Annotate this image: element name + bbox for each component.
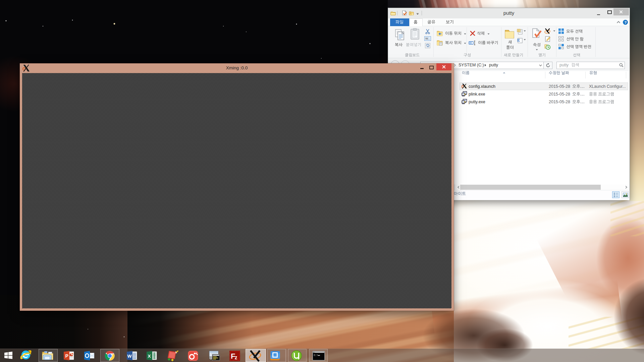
- svg-text:z: z: [235, 355, 237, 360]
- svg-text:P: P: [65, 353, 68, 359]
- svg-text:X: X: [148, 354, 151, 359]
- svg-text:W: W: [127, 354, 132, 359]
- svg-text:C:\: C:\: [314, 354, 319, 357]
